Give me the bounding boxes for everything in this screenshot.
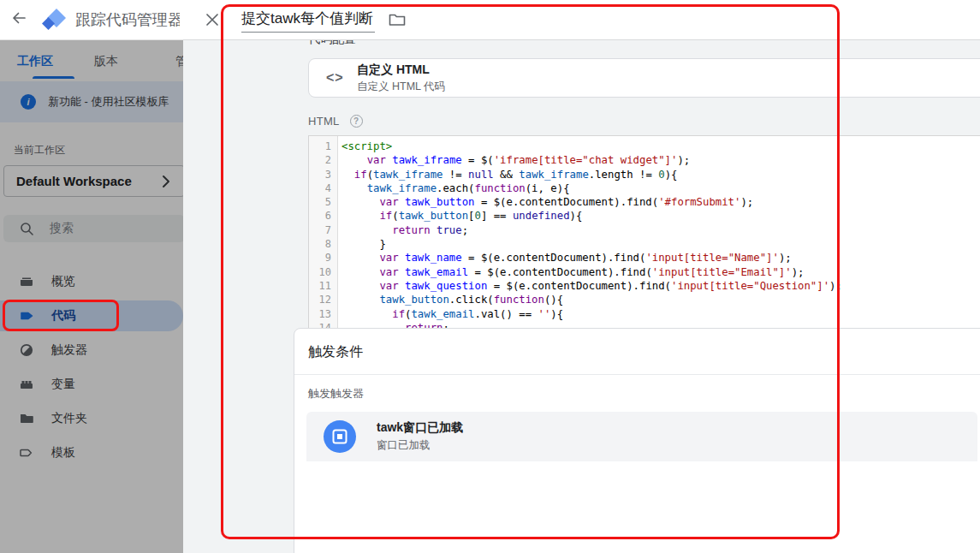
html-field-label-row: HTML ?	[308, 115, 363, 128]
line-number: 7	[309, 223, 337, 237]
arrow-left-icon	[10, 9, 27, 30]
line-number: 11	[309, 279, 337, 293]
close-icon	[204, 11, 221, 28]
code-line: var tawk_button = $(e.contentDocument).f…	[342, 195, 980, 209]
code-line: var tawk_iframe = $('iframe[title="chat …	[342, 153, 980, 167]
gtm-logo-icon	[41, 6, 68, 33]
html-field-label: HTML	[308, 115, 340, 128]
code-line: if(tawk_email.val() == ''){	[342, 307, 980, 321]
overlay-scrim	[0, 40, 183, 553]
code-line: }	[342, 237, 980, 251]
triggering-card: 触发条件 触发触发器 tawk窗口已加载 窗口已加载	[294, 328, 980, 553]
app-title: 跟踪代码管理器	[75, 9, 180, 30]
trigger-type-icon	[324, 420, 356, 453]
tag-type-card[interactable]: <> 自定义 HTML 自定义 HTML 代码	[308, 58, 980, 98]
line-number: 13	[309, 307, 337, 321]
code-line: <script>	[342, 140, 980, 153]
line-number: 12	[309, 293, 337, 306]
tag-type-description: 自定义 HTML 代码	[357, 80, 445, 94]
tag-config-section-peek: 代码配置	[308, 40, 479, 45]
code-line: return true;	[342, 223, 980, 237]
code-brackets-icon: <>	[326, 70, 347, 86]
triggering-title: 触发条件	[294, 329, 980, 374]
line-number: 5	[309, 195, 337, 209]
line-number: 8	[309, 237, 337, 251]
help-icon[interactable]: ?	[350, 115, 363, 128]
line-number: 1	[309, 140, 337, 153]
drawer-body: 代码配置 <> 自定义 HTML 自定义 HTML 代码 HTML ? 1234…	[183, 40, 980, 553]
code-line: tawk_iframe.each(function(i, e){	[342, 181, 980, 195]
close-button[interactable]	[204, 11, 221, 28]
tag-name-input[interactable]: 提交tawk每个值判断	[241, 7, 375, 33]
line-number: 9	[309, 251, 337, 265]
tag-editor-drawer: 提交tawk每个值判断 代码配置 <> 自定义 HTML 自定义 HTML 代码…	[183, 0, 980, 553]
code-line: var tawk_name = $(e.contentDocument).fin…	[342, 251, 980, 265]
tag-type-name: 自定义 HTML	[357, 62, 445, 78]
line-number: 6	[309, 209, 337, 223]
code-line: if(tawk_button[0] == undefined){	[342, 209, 980, 223]
line-number: 3	[309, 168, 337, 181]
code-line: if(tawk_iframe != null && tawk_iframe.le…	[342, 168, 980, 181]
code-line: var tawk_question = $(e.contentDocument)…	[342, 279, 980, 293]
drawer-header: 提交tawk每个值判断	[183, 0, 980, 40]
trigger-type: 窗口已加载	[377, 438, 463, 453]
line-number: 10	[309, 265, 337, 279]
line-number: 4	[309, 181, 337, 195]
code-line: tawk_button.click(function(){	[342, 293, 980, 306]
trigger-row[interactable]: tawk窗口已加载 窗口已加载	[306, 412, 977, 461]
line-number: 2	[309, 153, 337, 167]
folder-outline-icon[interactable]	[389, 12, 406, 27]
back-button[interactable]	[0, 0, 38, 40]
trigger-name: tawk窗口已加载	[377, 420, 463, 436]
code-line: var tawk_email = $(e.contentDocument).fi…	[342, 265, 980, 279]
firing-triggers-label: 触发触发器	[294, 375, 980, 410]
gtm-app: 跟踪代码管理器 工作区 版本 管理 i 新功能 - 使用社区模板库 当前工作区 …	[0, 0, 980, 553]
